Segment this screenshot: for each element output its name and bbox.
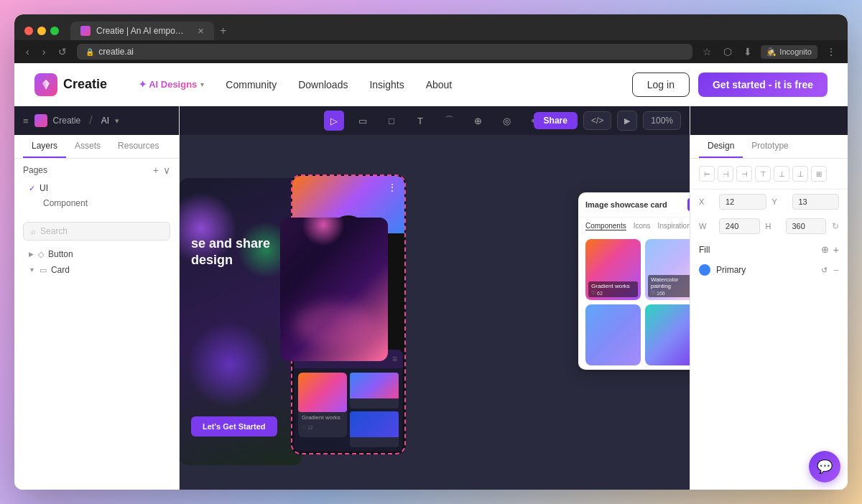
cta-button[interactable]: Get started - it is free xyxy=(698,73,828,97)
tab-assets[interactable]: Assets xyxy=(66,135,109,158)
pen-tool[interactable]: ⌒ xyxy=(439,111,459,131)
more-options-icon[interactable]: ⋮ xyxy=(387,182,397,193)
remove-fill-icon[interactable]: − xyxy=(833,264,839,276)
nav-community[interactable]: Community xyxy=(217,75,285,95)
fill-opacity-icon[interactable]: ↺ xyxy=(821,266,828,275)
new-tab-button[interactable]: + xyxy=(214,22,232,40)
add-fill-icon[interactable]: + xyxy=(833,244,839,256)
browser-tab[interactable]: Creatie | An AI empowered d... ✕ xyxy=(70,22,214,40)
tab-design[interactable]: Design xyxy=(699,135,743,158)
breadcrumb-chevron: ▾ xyxy=(115,116,119,126)
canvas-area: ▷ ▭ □ T ⌒ ⊕ ◎ ✏ Share </> ▶ 100% xyxy=(180,106,690,490)
play-button[interactable]: ▶ xyxy=(617,111,637,131)
breadcrumb-page: AI xyxy=(101,116,109,126)
nav-insights[interactable]: Insights xyxy=(361,75,412,95)
download-icon[interactable]: ⬇ xyxy=(741,45,755,59)
align-center-h-icon[interactable]: ⊣ xyxy=(718,166,733,182)
frame-tool[interactable]: ▭ xyxy=(353,111,373,131)
layer-name-button: Button xyxy=(48,249,73,259)
logo-icon xyxy=(34,73,57,96)
page-item-component[interactable]: Component xyxy=(23,196,170,210)
showcase-action-button[interactable]: ⚙ xyxy=(687,198,690,211)
layer-item-button[interactable]: ▶ ◇ Button xyxy=(23,246,170,262)
align-top-icon[interactable]: ⊤ xyxy=(755,166,771,182)
share-button[interactable]: Share xyxy=(534,112,578,129)
code-button[interactable]: </> xyxy=(583,111,611,130)
menu-icon[interactable]: ⋮ xyxy=(823,45,839,59)
editor-toolbar: ≡ Creatie / AI ▾ xyxy=(14,106,179,135)
fill-color-swatch[interactable] xyxy=(699,264,710,276)
layer-item-card[interactable]: ▼ ▭ Card xyxy=(23,262,170,278)
showcase-item-1[interactable]: Gradient works ♡62 xyxy=(585,239,641,300)
align-left-icon[interactable]: ⊢ xyxy=(699,166,715,182)
maximize-button[interactable] xyxy=(50,27,59,35)
title-bar: Creatie | An AI empowered d... ✕ + xyxy=(14,14,848,40)
menu-icon[interactable]: ≡ xyxy=(23,116,29,126)
forward-button[interactable]: › xyxy=(40,45,49,59)
showcase-panel: Image showcase card ⚙ Components Icons I… xyxy=(578,192,690,370)
showcase-stat-2: ♡166 xyxy=(651,290,690,296)
showcase-item-2[interactable]: Watercolor painting ♡166 xyxy=(645,239,690,300)
layer-name-card: Card xyxy=(51,265,70,275)
canvas-toolbar: ▷ ▭ □ T ⌒ ⊕ ◎ ✏ Share </> ▶ 100% xyxy=(180,106,690,135)
collapse-icon[interactable]: ∨ xyxy=(163,164,170,176)
add-page-icon[interactable]: + xyxy=(153,164,159,176)
wh-property-row: W 240 H 360 ↻ xyxy=(690,214,848,238)
comment-tool[interactable]: ◎ xyxy=(496,111,516,131)
fill-color-name: Primary xyxy=(716,265,815,275)
fill-header: Fill ⊕ + xyxy=(699,244,839,256)
zoom-level[interactable]: 100% xyxy=(643,111,681,130)
y-label: Y xyxy=(772,197,787,206)
nav-downloads[interactable]: Downloads xyxy=(289,75,356,95)
showcase-tab-icons[interactable]: Icons xyxy=(634,222,651,230)
showcase-tab-inspiration[interactable]: Inspiration xyxy=(658,222,690,230)
extensions-icon[interactable]: ⬡ xyxy=(720,45,735,59)
showcase-item-label-2: Watercolor painting ♡166 xyxy=(648,275,690,297)
traffic-lights xyxy=(24,27,59,35)
w-input[interactable]: 240 xyxy=(719,218,760,234)
tab-prototype[interactable]: Prototype xyxy=(743,135,797,158)
h-input[interactable]: 360 xyxy=(786,218,827,234)
chat-button[interactable]: 💬 xyxy=(809,451,840,482)
zoom-tool[interactable]: ⊕ xyxy=(468,111,488,131)
layers-list: ▶ ◇ Button ▼ ▭ Card xyxy=(14,246,179,490)
showcase-item-4[interactable] xyxy=(645,304,690,365)
showcase-tab-components[interactable]: Components xyxy=(585,222,626,230)
distribute-icon[interactable]: ⊞ xyxy=(811,166,827,182)
login-button[interactable]: Log in xyxy=(632,73,690,97)
browser-content: Creatie ✦ AI Designs ▾ Community Downloa… xyxy=(14,63,848,490)
bookmark-icon[interactable]: ☆ xyxy=(700,45,715,59)
ai-badge: ✦ AI Designs xyxy=(139,79,197,90)
page-item-ui[interactable]: ✓ UI xyxy=(23,180,170,196)
tab-close-icon[interactable]: ✕ xyxy=(198,27,204,36)
nav-about[interactable]: About xyxy=(417,75,461,95)
nav-ai-designs[interactable]: ✦ AI Designs ▾ xyxy=(130,75,213,94)
tab-resources[interactable]: Resources xyxy=(109,135,167,158)
link-proportions-icon[interactable]: ↻ xyxy=(832,221,839,231)
minimize-button[interactable] xyxy=(37,27,46,35)
showcase-title: Image showcase card xyxy=(585,200,667,209)
vr-light-effect xyxy=(302,218,345,246)
right-panel-tabs: Design Prototype xyxy=(690,135,848,159)
y-input[interactable]: 13 xyxy=(792,194,840,210)
search-bar[interactable]: ⌕ Search xyxy=(23,222,170,241)
tab-layers[interactable]: Layers xyxy=(23,135,66,158)
tab-bar: Creatie | An AI empowered d... ✕ + xyxy=(70,22,838,40)
fill-target-icon[interactable]: ⊕ xyxy=(821,244,829,256)
refresh-button[interactable]: ↺ xyxy=(55,45,70,59)
text-tool[interactable]: T xyxy=(410,111,430,131)
url-bar[interactable]: 🔒 creatie.ai xyxy=(77,44,692,60)
align-right-icon[interactable]: ⊣ xyxy=(736,166,752,182)
align-bottom-icon[interactable]: ⊥ xyxy=(792,166,808,182)
select-tool[interactable]: ▷ xyxy=(324,111,344,131)
rect-tool[interactable]: □ xyxy=(381,111,402,131)
hero-cta-button[interactable]: Let's Get Started xyxy=(191,416,277,437)
showcase-item-3[interactable] xyxy=(585,304,641,365)
x-input[interactable]: 12 xyxy=(719,194,766,210)
tab-title: Creatie | An AI empowered d... xyxy=(96,26,189,36)
ai-panel-menu-icon[interactable]: ≡ xyxy=(392,354,397,364)
close-button[interactable] xyxy=(24,27,33,35)
back-button[interactable]: ‹ xyxy=(23,45,32,59)
lock-icon: 🔒 xyxy=(85,48,94,56)
align-center-v-icon[interactable]: ⊥ xyxy=(774,166,789,182)
